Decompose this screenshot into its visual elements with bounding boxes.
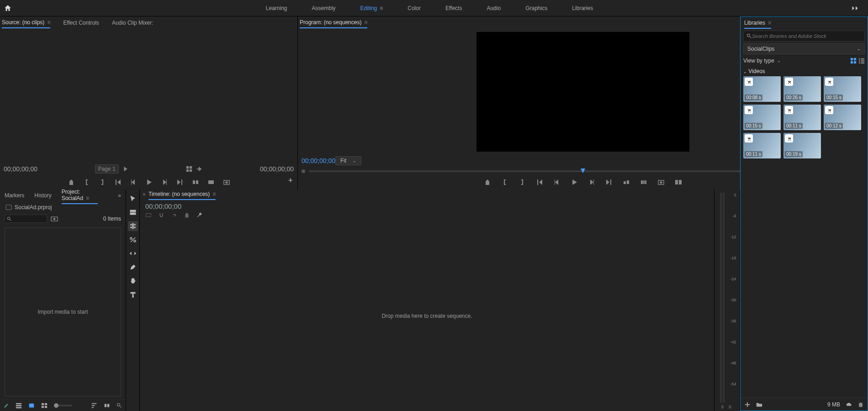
add-button[interactable]: + bbox=[288, 176, 293, 185]
play-icon[interactable] bbox=[571, 179, 578, 186]
timeline-timecode[interactable]: 00;00;00;00 bbox=[145, 202, 181, 210]
playhead-icon[interactable] bbox=[580, 168, 586, 174]
grid-view-icon[interactable] bbox=[850, 58, 857, 64]
slip-tool[interactable] bbox=[128, 248, 138, 258]
program-tab[interactable]: Program: (no sequences)≡ bbox=[300, 17, 367, 28]
video-thumbnail[interactable]: 00:26 s bbox=[783, 76, 821, 102]
go-out-icon[interactable] bbox=[176, 179, 184, 186]
mark-in-icon[interactable] bbox=[484, 179, 491, 186]
go-in-icon[interactable] bbox=[114, 179, 122, 186]
new-bin-icon[interactable] bbox=[51, 216, 58, 222]
workspace-tab-effects[interactable]: Effects bbox=[444, 4, 464, 12]
source-tab[interactable]: Source: (no clips)≡ bbox=[2, 17, 50, 28]
type-tool[interactable] bbox=[128, 290, 138, 300]
hamburger-icon[interactable]: ≡ bbox=[768, 20, 771, 26]
sort-icon[interactable] bbox=[91, 402, 97, 409]
linked-selection-icon[interactable] bbox=[171, 212, 177, 218]
search-icon[interactable] bbox=[116, 403, 122, 408]
timeline-tab[interactable]: Timeline: (no sequences)≡ bbox=[148, 189, 216, 200]
project-search[interactable] bbox=[5, 215, 47, 223]
cloud-icon[interactable] bbox=[846, 401, 852, 408]
trash-icon[interactable] bbox=[857, 401, 864, 408]
workspace-tab-color[interactable]: Color bbox=[406, 4, 423, 12]
play-small-icon[interactable] bbox=[122, 166, 129, 172]
export-frame-icon[interactable] bbox=[657, 179, 665, 186]
videos-section-header[interactable]: ⌄ Videos bbox=[741, 66, 868, 76]
home-button[interactable] bbox=[0, 0, 16, 16]
video-thumbnail[interactable]: 00:19 s bbox=[783, 133, 821, 158]
video-thumbnail[interactable]: 00:15 s bbox=[824, 76, 861, 102]
workspace-tab-libraries[interactable]: Libraries bbox=[570, 4, 595, 12]
video-thumbnail[interactable]: 00:11 s bbox=[783, 105, 821, 130]
grid-icon[interactable] bbox=[186, 166, 192, 172]
page-selector[interactable]: Page 1 bbox=[95, 164, 119, 174]
list-view-icon[interactable] bbox=[16, 402, 22, 409]
libraries-search[interactable] bbox=[743, 31, 865, 42]
libraries-tab[interactable]: Libraries≡ bbox=[744, 18, 771, 29]
go-out-icon[interactable] bbox=[605, 179, 613, 186]
workspace-tab-learning[interactable]: Learning bbox=[264, 4, 289, 12]
hamburger-icon[interactable]: ≡ bbox=[47, 19, 50, 26]
libraries-search-input[interactable] bbox=[752, 33, 862, 39]
icon-view-icon[interactable] bbox=[28, 402, 35, 409]
video-thumbnail[interactable]: 00:12 s bbox=[824, 105, 861, 130]
mark-in-icon[interactable] bbox=[68, 179, 75, 186]
lift-icon[interactable] bbox=[623, 179, 630, 186]
razor-tool[interactable] bbox=[128, 235, 138, 245]
workspace-tab-audio[interactable]: Audio bbox=[485, 4, 503, 12]
close-icon[interactable]: × bbox=[143, 191, 146, 198]
library-select[interactable]: SocialClips⌄ bbox=[743, 43, 865, 54]
source-timecode-left[interactable]: 00;00;00;00 bbox=[4, 165, 37, 173]
workspace-tab-editing[interactable]: Editing≡ bbox=[359, 4, 385, 12]
zoom-slider[interactable] bbox=[54, 405, 72, 406]
hand-tool[interactable] bbox=[128, 276, 138, 286]
effect-controls-tab[interactable]: Effect Controls bbox=[63, 18, 99, 28]
source-viewer[interactable] bbox=[0, 29, 297, 163]
ripple-edit-tool[interactable] bbox=[128, 221, 138, 231]
pen-tool[interactable] bbox=[128, 262, 138, 272]
insert-clip-icon[interactable] bbox=[192, 179, 199, 186]
export-frame-icon[interactable] bbox=[223, 179, 230, 186]
video-thumbnail[interactable]: 00:11 s bbox=[743, 133, 781, 158]
write-icon[interactable] bbox=[4, 403, 9, 408]
audio-clip-mixer-tab[interactable]: Audio Clip Mixer: bbox=[112, 18, 153, 28]
hamburger-icon[interactable]: ≡ bbox=[380, 5, 383, 11]
play-icon[interactable] bbox=[145, 179, 153, 186]
list-view-icon[interactable] bbox=[858, 58, 865, 64]
project-bin[interactable]: Import media to start bbox=[5, 227, 121, 396]
in-bracket-icon[interactable] bbox=[501, 179, 508, 186]
workspace-tab-assembly[interactable]: Assembly bbox=[310, 4, 338, 12]
zoom-select[interactable]: Fit⌄ bbox=[335, 156, 361, 165]
overflow-button[interactable] bbox=[843, 5, 868, 11]
overwrite-clip-icon[interactable] bbox=[207, 179, 215, 186]
add-icon[interactable] bbox=[744, 401, 751, 408]
nest-icon[interactable] bbox=[145, 212, 152, 218]
program-timecode-left[interactable]: 00;00;00;00 bbox=[302, 157, 335, 164]
timeline-drop-area[interactable]: Drop media here to create sequence. bbox=[140, 221, 714, 411]
auto-sequence-icon[interactable] bbox=[104, 402, 110, 409]
history-tab[interactable]: History bbox=[34, 190, 51, 200]
freeform-view-icon[interactable] bbox=[41, 402, 48, 409]
overflow-button[interactable]: » bbox=[118, 192, 121, 199]
markers-tab[interactable]: Markers bbox=[5, 190, 24, 200]
audio-meter[interactable]: 0-6-12-18-24-30-36-42-48-54 S S bbox=[718, 193, 736, 409]
out-bracket-icon[interactable] bbox=[519, 179, 526, 186]
workspace-tab-graphics[interactable]: Graphics bbox=[524, 4, 549, 12]
video-thumbnail[interactable]: 00:08 s bbox=[743, 76, 781, 102]
extract-icon[interactable] bbox=[640, 179, 647, 186]
hamburger-icon[interactable]: ≡ bbox=[212, 191, 216, 197]
hamburger-icon[interactable]: ≡ bbox=[364, 19, 367, 26]
snap-icon[interactable] bbox=[158, 212, 164, 218]
view-by-type[interactable]: View by type⌄ bbox=[743, 58, 781, 64]
folder-icon[interactable] bbox=[756, 401, 762, 408]
step-back-icon[interactable] bbox=[553, 179, 561, 186]
wrench-icon[interactable] bbox=[196, 212, 203, 218]
step-back-icon[interactable] bbox=[130, 179, 137, 186]
in-bracket-icon[interactable] bbox=[83, 179, 90, 186]
comparison-view-icon[interactable] bbox=[675, 179, 682, 186]
insert-icon[interactable] bbox=[196, 166, 202, 172]
step-fwd-icon[interactable] bbox=[588, 179, 595, 186]
out-bracket-icon[interactable] bbox=[99, 179, 106, 186]
source-timecode-right[interactable]: 00;00;00;00 bbox=[260, 165, 294, 173]
hamburger-icon[interactable]: ≡ bbox=[86, 195, 89, 201]
